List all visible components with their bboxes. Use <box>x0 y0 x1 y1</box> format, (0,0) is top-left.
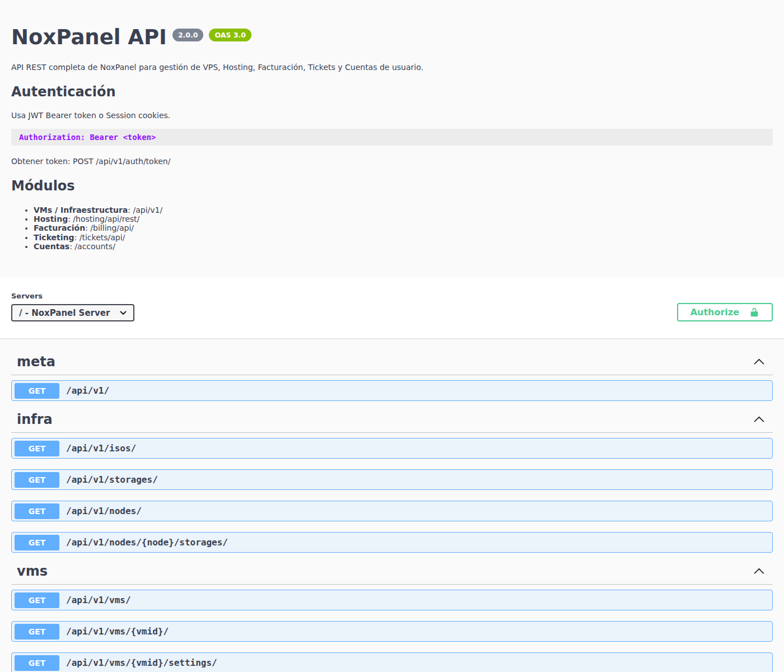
module-list-item: Facturación: /billing/api/ <box>34 223 773 232</box>
chevron-down-icon <box>120 311 127 315</box>
operation-row[interactable]: GET /api/v1/ <box>11 380 773 401</box>
servers-block: Servers / - NoxPanel Server <box>11 292 134 321</box>
module-path: : /hosting/api/rest/ <box>68 214 139 223</box>
http-method-badge: GET <box>15 655 59 671</box>
auth-code: Authorization: Bearer <token> <box>19 133 156 142</box>
operation-row[interactable]: GET /api/v1/vms/{vmid}/ <box>11 621 773 642</box>
http-method-badge: GET <box>15 592 59 608</box>
module-name: Hosting <box>34 214 68 223</box>
chevron-up-icon <box>753 568 765 575</box>
operation-row[interactable]: GET /api/v1/nodes/ <box>11 501 773 521</box>
chevron-up-icon <box>753 416 765 423</box>
tag-operations: GET /api/v1/vms/ GET /api/v1/vms/{vmid}/… <box>11 590 773 672</box>
http-method-badge: GET <box>15 472 59 488</box>
tag-operations: GET /api/v1/isos/ GET /api/v1/storages/ … <box>11 438 773 553</box>
operation-path: /api/v1/vms/ <box>66 595 131 605</box>
operation-path: /api/v1/storages/ <box>66 474 158 485</box>
operation-path: /api/v1/vms/{vmid}/ <box>66 626 169 637</box>
auth-intro: Usa JWT Bearer token o Session cookies. <box>11 111 773 120</box>
operation-row[interactable]: GET /api/v1/isos/ <box>11 438 773 459</box>
tag-section: infra GET /api/v1/isos/ GET /api/v1/stor… <box>11 412 773 553</box>
operation-row[interactable]: GET /api/v1/storages/ <box>11 469 773 490</box>
operation-path: /api/v1/nodes/ <box>66 506 142 516</box>
operation-path: /api/v1/vms/{vmid}/settings/ <box>66 657 217 668</box>
authorize-button[interactable]: Authorize <box>677 303 773 321</box>
collapse-section-button[interactable] <box>746 566 772 577</box>
module-name: VMs / Infraestructura <box>34 206 128 214</box>
info-section: NoxPanel API 2.0.0 OAS 3.0 API REST comp… <box>0 0 784 277</box>
page-title: NoxPanel API <box>11 27 167 49</box>
module-path: : /api/v1/ <box>128 206 162 214</box>
tag-header[interactable]: meta <box>11 354 773 375</box>
module-name: Facturación <box>34 223 85 232</box>
auth-heading: Autenticación <box>11 84 773 100</box>
http-method-badge: GET <box>15 535 59 550</box>
api-description: API REST completa de NoxPanel para gesti… <box>11 63 773 72</box>
module-list-item: VMs / Infraestructura: /api/v1/ <box>34 206 773 214</box>
module-name: Cuentas <box>34 242 69 251</box>
tag-name: vms <box>17 563 48 579</box>
auth-code-block: Authorization: Bearer <token> <box>11 129 773 146</box>
tag-section: vms GET /api/v1/vms/ GET /api/v1/vms/{vm… <box>11 563 773 672</box>
operations-container: meta GET /api/v1/ infra GET /api/v1/isos… <box>0 338 784 672</box>
operation-row[interactable]: GET /api/v1/vms/ <box>11 590 773 610</box>
module-list-item: Hosting: /hosting/api/rest/ <box>34 214 773 223</box>
modules-list: VMs / Infraestructura: /api/v1/Hosting: … <box>34 206 773 251</box>
chevron-up-icon <box>753 358 765 365</box>
tag-header[interactable]: infra <box>11 412 773 433</box>
operation-path: /api/v1/isos/ <box>66 443 136 454</box>
modules-heading: Módulos <box>11 178 773 194</box>
http-method-badge: GET <box>15 503 59 519</box>
title-row: NoxPanel API 2.0.0 OAS 3.0 <box>11 27 773 49</box>
scheme-container: Servers / - NoxPanel Server Authorize <box>0 277 784 338</box>
tag-name: meta <box>17 354 55 370</box>
auth-wrapper: Authorize <box>677 303 773 321</box>
http-method-badge: GET <box>15 624 59 640</box>
unlocked-padlock-icon <box>749 307 759 318</box>
server-select-value: / - NoxPanel Server <box>19 308 110 318</box>
operation-path: /api/v1/ <box>66 385 109 396</box>
server-select[interactable]: / - NoxPanel Server <box>11 304 134 321</box>
collapse-section-button[interactable] <box>746 356 772 367</box>
authorize-label: Authorize <box>690 307 739 318</box>
module-list-item: Cuentas: /accounts/ <box>34 242 773 251</box>
collapse-section-button[interactable] <box>746 414 772 425</box>
tag-section: meta GET /api/v1/ <box>11 354 773 401</box>
version-badge: 2.0.0 <box>172 29 204 41</box>
operation-path: /api/v1/nodes/{node}/storages/ <box>66 537 228 548</box>
module-path: : /accounts/ <box>69 242 115 251</box>
servers-label: Servers <box>11 292 134 300</box>
http-method-badge: GET <box>15 383 59 399</box>
tag-name: infra <box>17 412 53 427</box>
operation-row[interactable]: GET /api/v1/vms/{vmid}/settings/ <box>11 652 773 672</box>
module-list-item: Ticketing: /tickets/api/ <box>34 233 773 242</box>
http-method-badge: GET <box>15 441 59 456</box>
tag-operations: GET /api/v1/ <box>11 380 773 401</box>
auth-obtain-token: Obtener token: POST /api/v1/auth/token/ <box>11 157 773 166</box>
module-path: : /tickets/api/ <box>74 233 125 242</box>
module-name: Ticketing <box>34 233 74 242</box>
module-path: : /billing/api/ <box>85 223 134 232</box>
operation-row[interactable]: GET /api/v1/nodes/{node}/storages/ <box>11 532 773 553</box>
oas-badge: OAS 3.0 <box>209 29 251 41</box>
tag-header[interactable]: vms <box>11 563 773 585</box>
